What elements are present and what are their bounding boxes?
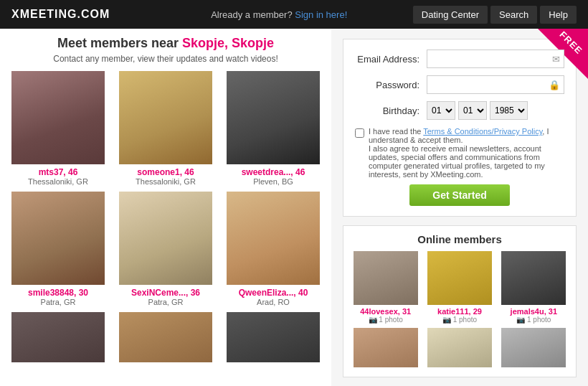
lock-icon: 🔒 [549,80,560,90]
online-members-grid: 44lovesex, 31 📷 1 photo katie111, 29 📷 1… [351,251,569,369]
main-content: Meet members near Skopje, Skopje Contact… [0,29,588,386]
online-members-section: Online members 44lovesex, 31 📷 1 photo k… [343,225,577,377]
member-card[interactable]: smile38848, 30 Patra, GR [7,192,109,306]
search-button[interactable]: Search [490,6,537,24]
member-card[interactable] [7,312,109,365]
password-input[interactable] [427,75,564,94]
online-member-card[interactable]: jemals4u, 31 📷 1 photo [499,251,569,324]
email-icon: ✉ [552,54,560,65]
member-location: Thessaloniki, GR [7,177,109,186]
password-label: Password: [355,80,427,90]
header: XMEETING.COM Already a member? Sign in h… [0,0,588,29]
member-card[interactable]: QweenEliza..., 40 Arad, RO [222,192,324,306]
member-photo [11,71,105,164]
online-member-photos: 📷 1 photo [425,316,494,324]
member-name: mts37, 46 [7,167,109,177]
member-location: Patra, GR [7,298,109,306]
online-member-card[interactable] [425,328,494,369]
online-member-name: jemals4u, 31 [499,307,569,316]
member-name: someone1, 46 [115,167,217,177]
terms-row: I have read the Terms & Conditions/Priva… [355,127,564,179]
member-name: QweenEliza..., 40 [222,288,324,298]
birthday-row: Birthday: 01020304 05060708 09101112 010… [355,101,564,120]
get-started-button[interactable]: Get Started [409,184,510,206]
online-member-card[interactable] [499,328,569,369]
online-member-photo [501,328,566,367]
member-location: Patra, GR [115,298,217,306]
member-card[interactable]: SexiNCeme..., 36 Patra, GR [115,192,217,306]
member-photo [227,71,320,164]
password-input-wrap: 🔒 [427,75,564,94]
online-member-name: katie111, 29 [425,307,494,316]
left-panel: Meet members near Skopje, Skopje Contact… [0,29,331,386]
member-photo [227,192,320,285]
online-member-name: 44lovesex, 31 [351,307,420,316]
online-member-photos: 📷 1 photo [499,316,569,324]
member-name: smile38848, 30 [7,288,109,298]
dating-center-button[interactable]: Dating Center [413,6,488,24]
site-logo: XMEETING.COM [11,8,146,21]
terms-checkbox[interactable] [355,128,364,138]
password-row: Password: 🔒 [355,75,564,94]
online-member-photo [354,251,418,305]
online-member-photo [427,328,492,367]
member-location: Pleven, BG [222,177,324,186]
email-row: Email Address: ✉ [355,50,564,68]
online-members-title: Online members [351,233,569,245]
right-panel: FREE Email Address: ✉ Password: 🔒 Birthd… [331,29,588,386]
terms-text: I have read the Terms & Conditions/Priva… [369,127,564,179]
member-location: Thessaloniki, GR [115,177,217,186]
member-card[interactable]: sweetdrea..., 46 Pleven, BG [222,71,324,186]
member-card[interactable] [115,312,217,365]
birthday-year-select[interactable]: 1985198419831990 [490,101,528,120]
member-photo [11,312,105,362]
birthday-month-select[interactable]: 01020304 05060708 09101112 [427,101,455,120]
online-member-card[interactable]: 44lovesex, 31 📷 1 photo [351,251,420,324]
member-card[interactable]: mts37, 46 Thessaloniki, GR [7,71,109,186]
member-photo [227,312,320,362]
already-member-text: Already a member? Sign in here! [146,9,413,20]
member-photo [119,312,212,362]
online-member-photo [354,328,418,367]
headline: Meet members near Skopje, Skopje [7,36,324,51]
terms-link[interactable]: Terms & Conditions/Privacy Policy [423,127,542,136]
member-photo [119,71,212,164]
member-photo [11,192,105,285]
birthday-selects: 01020304 05060708 09101112 01020304 0506… [427,101,528,120]
birthday-label: Birthday: [355,105,427,116]
subline: Contact any member, view their updates a… [7,54,324,64]
member-card[interactable] [222,312,324,365]
member-name: SexiNCeme..., 36 [115,288,217,298]
help-button[interactable]: Help [540,6,577,24]
member-name: sweetdrea..., 46 [222,167,324,177]
registration-form: Email Address: ✉ Password: 🔒 Birthday: 0… [343,39,577,217]
online-member-photo [427,251,492,305]
member-grid: mts37, 46 Thessaloniki, GR someone1, 46 … [7,71,324,365]
online-member-photos: 📷 1 photo [351,316,420,324]
email-input[interactable] [427,50,564,68]
sign-in-link[interactable]: Sign in here! [295,9,347,20]
member-card[interactable]: someone1, 46 Thessaloniki, GR [115,71,217,186]
email-label: Email Address: [355,54,427,65]
birthday-day-select[interactable]: 01020304 05060708 0910 [458,101,487,120]
member-location: Arad, RO [222,298,324,306]
online-member-card[interactable] [351,328,420,369]
main-nav: Dating Center Search Help [413,6,577,24]
email-input-wrap: ✉ [427,50,564,68]
online-member-card[interactable]: katie111, 29 📷 1 photo [425,251,494,324]
member-photo [119,192,212,285]
online-member-photo [501,251,566,305]
